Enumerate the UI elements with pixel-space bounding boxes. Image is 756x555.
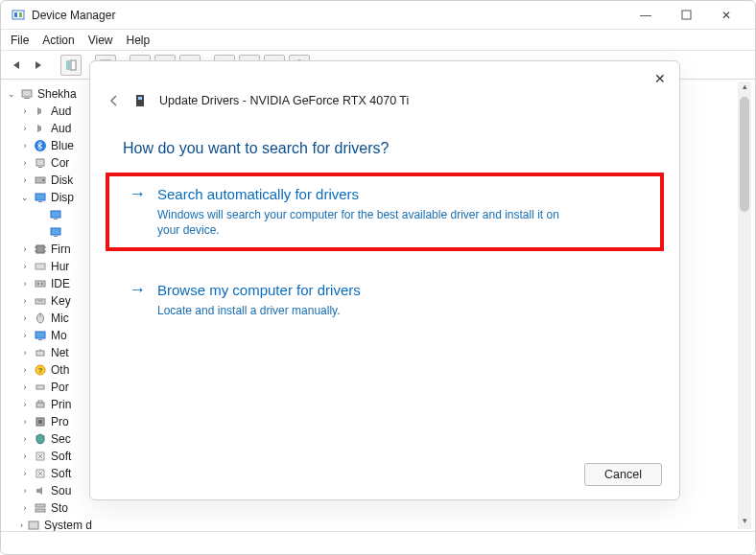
tree-item[interactable]: ›Hur (7, 258, 92, 275)
tree-item[interactable]: ›?Oth (7, 361, 92, 379)
expand-icon[interactable]: › (20, 520, 23, 530)
expand-icon[interactable]: › (20, 486, 30, 496)
show-hide-tree-button[interactable] (60, 55, 82, 76)
vertical-scrollbar[interactable]: ▴ ▾ (738, 81, 751, 529)
device-category-icon (34, 432, 47, 446)
expand-icon[interactable]: › (20, 279, 30, 289)
tree-item[interactable]: ›Sec (7, 430, 92, 448)
forward-button[interactable] (30, 55, 47, 76)
menu-action[interactable]: Action (42, 34, 74, 47)
minimize-button[interactable]: — (634, 4, 657, 27)
device-tree[interactable]: ⌄ Shekha ›Aud›Aud›Blue›Cor›Disk⌄Disp›Fir… (1, 80, 92, 531)
tree-item-label: System devices (44, 519, 92, 531)
tree-item[interactable]: ›Pro (7, 413, 92, 430)
dialog-footer: Cancel (584, 463, 662, 486)
expand-icon[interactable]: › (20, 348, 30, 358)
tree-item[interactable]: ›System devices (7, 517, 92, 531)
expand-icon[interactable]: ⌄ (20, 193, 30, 202)
close-button[interactable]: ✕ (715, 4, 738, 27)
tree-item[interactable]: ›IDE (7, 275, 92, 292)
expand-icon[interactable]: › (20, 296, 30, 306)
tree-item[interactable]: ›Prin (7, 396, 92, 413)
scroll-down-arrow[interactable]: ▾ (743, 516, 747, 529)
tree-item[interactable]: ›Firn (7, 241, 92, 258)
tree-item[interactable]: ›Key (7, 292, 92, 310)
expand-icon[interactable]: › (20, 158, 30, 168)
svg-rect-34 (36, 245, 44, 253)
cancel-button[interactable]: Cancel (584, 463, 662, 486)
tree-item[interactable]: ›Por (7, 379, 92, 396)
dialog-question: How do you want to search for drivers? (90, 113, 679, 174)
computer-icon (20, 87, 34, 101)
tree-subitem[interactable] (7, 223, 92, 241)
expand-icon[interactable]: › (20, 451, 30, 461)
menu-view[interactable]: View (88, 34, 113, 47)
expand-icon[interactable]: ⌄ (7, 89, 16, 99)
tree-item[interactable]: ›Aud (7, 103, 92, 120)
tree-item[interactable]: ›Aud (7, 120, 92, 137)
expand-icon[interactable]: › (20, 331, 30, 340)
scroll-thumb[interactable] (740, 97, 749, 212)
tree-item-label: Mo (51, 329, 67, 342)
device-category-icon (34, 398, 47, 411)
device-category-icon (34, 346, 47, 359)
svg-rect-60 (35, 504, 45, 507)
expand-icon[interactable]: › (20, 124, 30, 133)
tree-item[interactable]: ›Net (7, 344, 92, 361)
svg-rect-28 (35, 194, 45, 200)
maximize-button[interactable] (674, 4, 697, 27)
menu-help[interactable]: Help (127, 34, 151, 47)
device-category-icon (34, 260, 47, 273)
expand-icon[interactable]: › (20, 365, 30, 375)
scroll-up-arrow[interactable]: ▴ (743, 81, 747, 95)
tree-root[interactable]: ⌄ Shekha (7, 85, 92, 103)
device-category-icon (34, 484, 47, 497)
expand-icon[interactable]: › (20, 313, 30, 323)
svg-rect-24 (36, 159, 44, 166)
expand-icon[interactable]: › (20, 400, 30, 409)
svg-rect-53 (36, 385, 44, 389)
device-category-icon (34, 104, 47, 118)
expand-icon[interactable]: › (20, 417, 30, 427)
expand-icon[interactable]: › (20, 262, 30, 271)
tree-item-label: Disk (51, 173, 73, 187)
expand-icon[interactable]: › (20, 141, 30, 150)
tree-item[interactable]: ›Soft (7, 448, 92, 465)
tree-item[interactable]: ›Sou (7, 482, 92, 499)
tree-item[interactable]: ›Disk (7, 172, 92, 189)
expand-icon[interactable]: › (20, 434, 30, 444)
tree-item-label: Mic (51, 312, 69, 325)
expand-icon[interactable]: › (20, 469, 30, 478)
menu-file[interactable]: File (11, 34, 29, 47)
svg-rect-61 (35, 509, 45, 512)
expand-icon[interactable]: › (20, 106, 30, 116)
tree-item-label: Prin (51, 398, 71, 411)
svg-rect-62 (29, 521, 38, 529)
back-button[interactable] (9, 55, 26, 76)
expand-icon[interactable]: › (20, 175, 30, 185)
option-search-automatically[interactable]: → Search automatically for drivers Windo… (107, 174, 662, 249)
tree-item[interactable]: ›Soft (7, 465, 92, 482)
dialog-close-button[interactable]: ✕ (654, 71, 666, 86)
svg-rect-55 (38, 401, 42, 403)
svg-rect-5 (71, 60, 76, 70)
tree-root-label: Shekha (37, 87, 77, 101)
svg-point-27 (42, 179, 44, 181)
tree-item-label: Pro (51, 415, 69, 428)
tree-item[interactable]: ›Mo (7, 327, 92, 344)
dialog-back-button[interactable] (106, 92, 123, 109)
expand-icon[interactable]: › (20, 382, 30, 392)
option-browse-computer[interactable]: → Browse my computer for drivers Locate … (90, 270, 679, 330)
tree-item-label: Aud (51, 122, 71, 135)
tree-item[interactable]: ›Cor (7, 154, 92, 172)
expand-icon[interactable]: › (20, 503, 30, 513)
tree-item[interactable]: ›Blue (7, 137, 92, 154)
svg-rect-47 (35, 332, 45, 338)
expand-icon[interactable]: › (20, 244, 30, 254)
tree-subitem[interactable] (7, 206, 92, 223)
tree-item[interactable]: ⌄Disp (7, 189, 92, 206)
tree-item[interactable]: ›Mic (7, 310, 92, 327)
option2-title: Browse my computer for drivers (157, 282, 361, 298)
tree-item[interactable]: ›Sto (7, 499, 92, 517)
svg-text:?: ? (38, 366, 43, 375)
